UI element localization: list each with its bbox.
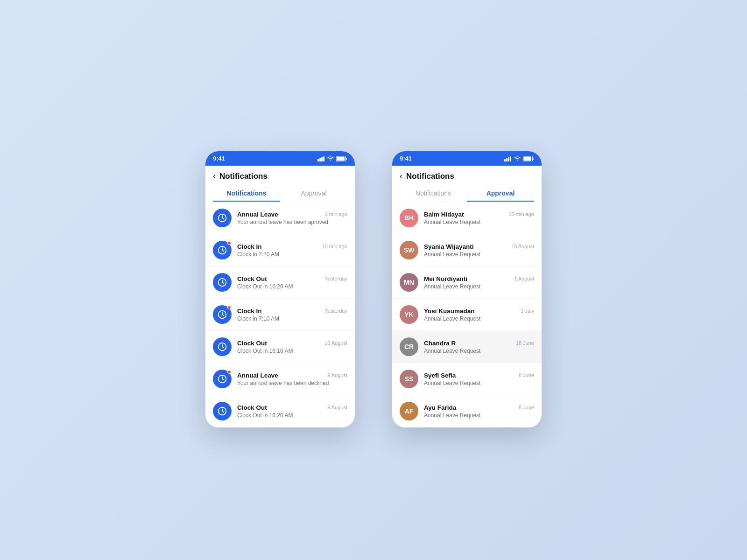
notif-time: Yesterday <box>324 308 347 314</box>
notif-desc: Clock in 7:20 AM <box>237 251 347 258</box>
approval-list-right: BH Baim Hidayat 10 min ago Annual Leave … <box>392 202 542 427</box>
svg-rect-31 <box>510 156 511 161</box>
approval-content: Syania Wijayanti 10 August Annual Leave … <box>424 243 534 258</box>
approval-item[interactable]: AF Ayu Farida 8 June Annual Leave Reques… <box>392 395 542 427</box>
notif-desc: Clock Out in 16:20 AM <box>237 412 347 419</box>
notif-icon <box>213 305 232 324</box>
tab-notifications-left[interactable]: Notifications <box>213 186 280 202</box>
svg-line-12 <box>222 250 224 251</box>
wifi-icon <box>327 156 334 161</box>
svg-rect-6 <box>346 157 347 160</box>
svg-rect-29 <box>506 158 507 161</box>
svg-line-18 <box>222 315 224 315</box>
avatar: BH <box>400 209 418 227</box>
notif-content: Clock Out 10 August Clock Out in 16:10 A… <box>237 340 347 354</box>
approval-time: 10 min ago <box>509 211 534 217</box>
avatar: SW <box>400 241 418 259</box>
approval-item[interactable]: BH Baim Hidayat 10 min ago Annual Leave … <box>392 202 542 234</box>
page-title-left: Notifications <box>219 172 268 181</box>
notif-time: 10 August <box>324 340 347 346</box>
approval-desc: Annual Leave Request <box>424 251 534 258</box>
svg-rect-2 <box>321 157 323 161</box>
status-bar-right: 9:41 <box>392 151 542 166</box>
notif-time: 2 min ago <box>325 211 347 217</box>
notif-icon <box>213 209 232 227</box>
header-left: ‹ Notifications Notifications Approval <box>205 166 355 202</box>
status-icons-left <box>317 156 347 161</box>
notif-icon <box>213 402 232 420</box>
notif-desc: Clock in 7:10 AM <box>237 315 347 322</box>
approval-item[interactable]: CR Chandra R 18 June Annual Leave Reques… <box>392 331 542 363</box>
avatar: CR <box>400 337 418 356</box>
approval-time: 18 June <box>516 340 534 346</box>
avatar: MN <box>400 273 418 292</box>
signal-icon <box>317 156 325 161</box>
back-button-right[interactable]: ‹ <box>400 171 402 181</box>
notif-title: Clock Out <box>237 340 267 347</box>
approval-time: 8 June <box>519 405 534 410</box>
svg-rect-5 <box>337 156 345 161</box>
unread-dot <box>227 370 231 374</box>
approval-content: Ayu Farida 8 June Annual Leave Request <box>424 404 534 419</box>
approval-name: Ayu Farida <box>424 404 456 411</box>
notification-item[interactable]: Annual Leave 9 August Your annual leave … <box>205 363 355 395</box>
phone-right: 9:41 <box>392 151 542 427</box>
notif-title: Annual Leave <box>237 211 278 218</box>
notif-time: 9 August <box>327 405 347 410</box>
notification-item[interactable]: Clock In Yesterday Clock in 7:10 AM <box>205 299 355 331</box>
notif-desc: Clock Out in 16:10 AM <box>237 348 347 354</box>
approval-item[interactable]: MN Mei Nurdiyanti 1 August Annual Leave … <box>392 266 542 299</box>
notification-item[interactable]: Clock Out Yesterday Clock Out in 16:20 A… <box>205 266 355 299</box>
approval-item[interactable]: SW Syania Wijayanti 10 August Annual Lea… <box>392 234 542 266</box>
notification-item[interactable]: Clock Out 9 August Clock Out in 16:20 AM <box>205 395 355 427</box>
tab-notifications-right[interactable]: Notifications <box>400 186 467 202</box>
wifi-icon-right <box>514 156 521 161</box>
tab-approval-right[interactable]: Approval <box>467 186 534 202</box>
approval-name: Syania Wijayanti <box>424 243 473 250</box>
notif-content: Annual Leave 9 August Your annual leave … <box>237 372 347 386</box>
notification-item[interactable]: Clock In 10 min ago Clock in 7:20 AM <box>205 234 355 266</box>
time-right: 9:41 <box>400 155 412 162</box>
svg-line-9 <box>222 218 224 219</box>
notif-icon <box>213 273 232 292</box>
notif-title: Clock In <box>237 308 262 315</box>
approval-content: Mei Nurdiyanti 1 August Annual Leave Req… <box>424 275 534 290</box>
approval-time: 1 August <box>514 276 534 281</box>
time-left: 9:41 <box>213 155 225 162</box>
battery-icon-right <box>523 156 534 161</box>
approval-item[interactable]: YK Yosi Kusumadan 1 July Annual Leave Re… <box>392 299 542 331</box>
svg-line-15 <box>222 282 224 283</box>
approval-content: Baim Hidayat 10 min ago Annual Leave Req… <box>424 211 534 225</box>
notif-title: Annual Leave <box>237 372 278 379</box>
notification-item[interactable]: Annual Leave 2 min ago Your annual leave… <box>205 202 355 234</box>
signal-icon-right <box>504 156 512 161</box>
approval-name: Syefi Sefia <box>424 372 456 379</box>
notif-content: Clock Out Yesterday Clock Out in 16:20 A… <box>237 275 347 290</box>
unread-dot <box>227 241 231 245</box>
back-button-left[interactable]: ‹ <box>213 171 216 181</box>
tab-approval-left[interactable]: Approval <box>280 186 347 202</box>
svg-rect-0 <box>317 159 319 161</box>
svg-rect-33 <box>523 156 531 161</box>
svg-rect-28 <box>504 159 506 161</box>
status-icons-right <box>504 156 534 161</box>
notif-desc: Clock Out in 16:20 AM <box>237 283 347 290</box>
approval-time: 8 June <box>519 372 534 378</box>
approval-time: 1 July <box>521 308 534 314</box>
approval-desc: Annual Leave Request <box>424 348 534 354</box>
svg-rect-34 <box>533 157 534 160</box>
approval-content: Yosi Kusumadan 1 July Annual Leave Reque… <box>424 308 534 322</box>
notification-list-left: Annual Leave 2 min ago Your annual leave… <box>205 202 355 427</box>
approval-desc: Annual Leave Request <box>424 412 534 419</box>
notif-title: Clock In <box>237 243 262 250</box>
avatar: YK <box>400 305 418 324</box>
svg-rect-3 <box>323 156 324 161</box>
notif-icon <box>213 241 232 259</box>
approval-name: Baim Hidayat <box>424 211 464 218</box>
approval-content: Chandra R 18 June Annual Leave Request <box>424 340 534 354</box>
approval-desc: Annual Leave Request <box>424 315 534 322</box>
header-right: ‹ Notifications Notifications Approval <box>392 166 542 202</box>
notification-item[interactable]: Clock Out 10 August Clock Out in 16:10 A… <box>205 331 355 363</box>
notif-desc: Your annual leave has been declined <box>237 380 347 386</box>
approval-item[interactable]: SS Syefi Sefia 8 June Annual Leave Reque… <box>392 363 542 395</box>
